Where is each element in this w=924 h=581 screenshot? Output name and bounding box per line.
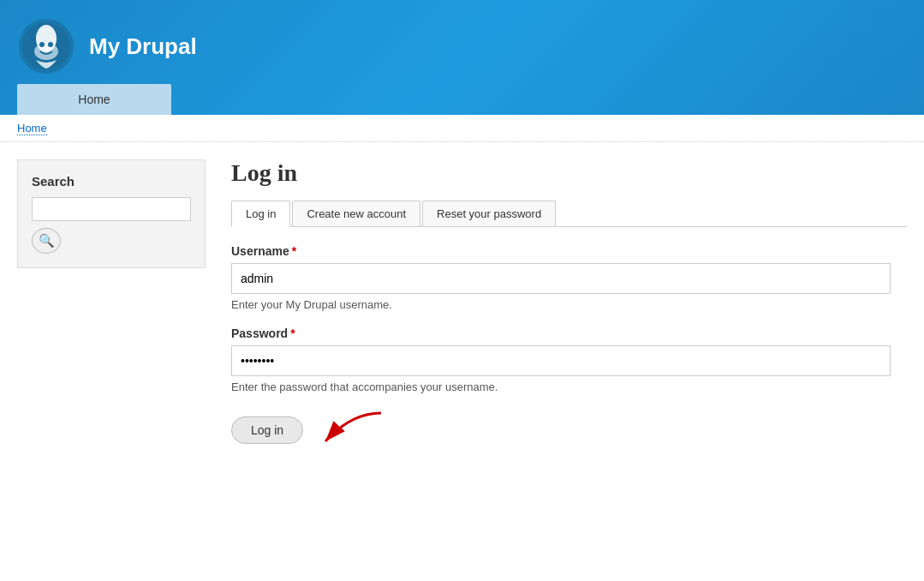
content-layout: Search 🔍 Log in Log in Create new accoun… [0,142,924,469]
search-input[interactable] [32,197,191,221]
tab-create-account[interactable]: Create new account [292,201,420,226]
password-input[interactable] [231,345,891,376]
svg-point-5 [48,42,53,47]
login-btn-area: Log in [231,409,907,452]
search-block: Search 🔍 [17,159,206,268]
username-group: Username* Enter your My Drupal username. [231,244,907,311]
password-hint: Enter the password that accompanies your… [231,380,907,393]
username-input[interactable] [231,263,891,294]
arrow-annotation [317,409,385,452]
search-icon: 🔍 [39,233,55,249]
login-form: Username* Enter your My Drupal username.… [231,244,907,452]
password-group: Password* Enter the password that accomp… [231,326,907,393]
svg-point-4 [39,42,45,47]
tab-login[interactable]: Log in [231,201,290,227]
password-required-star: * [290,326,295,340]
arrow-icon [317,409,385,452]
main-content: Log in Log in Create new account Reset y… [231,159,907,452]
tab-reset-password[interactable]: Reset your password [422,201,556,226]
drupal-logo-icon [17,17,75,75]
nav-item-home[interactable]: Home [17,84,171,115]
search-block-title: Search [32,174,191,189]
search-button[interactable]: 🔍 [32,228,61,254]
svg-point-3 [34,43,58,60]
header-top: My Drupal [17,9,907,84]
search-input-wrapper: 🔍 [32,197,191,254]
username-hint: Enter your My Drupal username. [231,298,907,311]
site-name: My Drupal [89,33,197,60]
username-required-star: * [292,244,296,258]
password-label: Password* [231,326,907,340]
page-title: Log in [231,159,907,187]
login-submit-button[interactable]: Log in [231,416,303,444]
sidebar: Search 🔍 [17,159,206,452]
breadcrumb-home-link[interactable]: Home [17,122,47,135]
nav-bar: Home [17,84,907,115]
header: My Drupal Home [0,0,924,115]
tabs: Log in Create new account Reset your pas… [231,201,907,227]
username-label: Username* [231,244,907,258]
breadcrumb: Home [0,115,924,142]
